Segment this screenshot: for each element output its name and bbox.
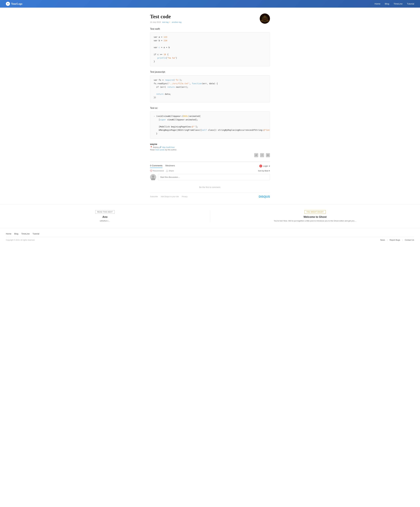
read-next-card: READ THIS NEXT Ano sdfsdfsd c… [0, 210, 210, 222]
nav-blog[interactable]: Blog [385, 2, 389, 5]
oc-code-block: - (void)viewWillAppear:(BOOL)animated{ [… [150, 112, 270, 139]
tab-comments[interactable]: 0 Comments [150, 164, 162, 168]
disqus-tabs: 0 Comments Mesimers [150, 164, 175, 168]
footer-links: News | Report Bugs | Contact Us [380, 239, 414, 241]
login-badge: 1 [259, 165, 262, 168]
tag-test-tag[interactable]: test-tag [162, 21, 168, 23]
disqus-footer: Subscribe Add Disqus to your site Privac… [150, 193, 270, 198]
dot-separator: • [169, 21, 170, 23]
disqus-user-avatar [150, 174, 156, 180]
read-next-badge: READ THIS NEXT [95, 210, 115, 214]
footer-privacy-link[interactable]: Privacy [182, 196, 188, 198]
read-label: Read [150, 149, 154, 151]
disqus-input-row [150, 174, 270, 180]
might-enjoy-card: YOU MIGHT ENJOY Welcome to Ghost You're … [210, 210, 420, 222]
footer-nav-home[interactable]: Home [6, 232, 11, 235]
navbar-nav: Home Blog TimeLine Tutorial [375, 2, 414, 5]
post-title: Test code [150, 14, 270, 20]
discussion-input[interactable] [158, 174, 270, 180]
svg-rect-8 [265, 19, 266, 20]
disqus-footer-links: Subscribe Add Disqus to your site Privac… [150, 196, 188, 198]
disqus-login[interactable]: 1 Login ▾ [259, 165, 270, 168]
login-label: Login [263, 165, 268, 167]
post-header: Test code 10 July 2015 test-tag • anothe… [150, 14, 270, 23]
nav-home[interactable]: Home [375, 2, 380, 5]
post-date: 10 July 2015 [150, 21, 161, 23]
author-location: 📍 Beijing 🔗 http://swift.how [150, 146, 270, 148]
main-content: Test code 10 July 2015 test-tag • anothe… [147, 8, 273, 204]
svg-point-6 [266, 20, 269, 22]
sort-label: Sort by Best [258, 170, 268, 172]
avatar [260, 14, 270, 24]
might-enjoy-badge: YOU MIGHT ENJOY [304, 210, 326, 214]
author-more: Read more posts by this author. [150, 149, 270, 151]
svg-point-5 [261, 20, 264, 22]
footer-contact-link[interactable]: Contact Us [405, 239, 414, 241]
social-icons [150, 153, 270, 159]
copyright-text: Copyright © 2015. All rights reserved. [6, 239, 35, 241]
svg-point-10 [152, 175, 154, 178]
might-enjoy-title: Welcome to Ghost [216, 215, 414, 218]
navbar: ✦ YourLogo Home Blog TimeLine Tutorial [0, 0, 420, 8]
swift-code-block: var a = 123 var b = 234 var c = a + b if… [150, 32, 270, 66]
logo-icon: ✦ [6, 2, 10, 6]
sep1: | [387, 239, 388, 241]
footer-nav-timeline[interactable]: TimeLine [21, 232, 29, 235]
author-name: wayne [150, 143, 270, 146]
share-label: Share [169, 170, 174, 172]
tab-mesimers[interactable]: Mesimers [165, 164, 175, 168]
avatar-image [260, 14, 270, 24]
recommend-label: Recommend [153, 170, 164, 172]
sort-chevron-icon: ▾ [269, 170, 270, 172]
footer-nav-blog[interactable]: Blog [14, 232, 18, 235]
tag-another-tag[interactable]: another-tag [172, 21, 182, 23]
location-pin-icon: 📍 [150, 146, 152, 148]
by-author-text: by this author. [165, 149, 177, 151]
login-chevron-icon: ▾ [269, 165, 270, 167]
read-next-title: Ano [6, 215, 204, 218]
footer-subscribe-link[interactable]: Subscribe [150, 196, 158, 198]
nav-timeline[interactable]: TimeLine [393, 2, 402, 5]
sep2: | [402, 239, 403, 241]
post-meta: 10 July 2015 test-tag • another-tag [150, 21, 270, 23]
site-footer: Home Blog TimeLine Tutorial Copyright © … [0, 228, 420, 243]
might-enjoy-excerpt: You're live! Nice. We've put together a … [216, 219, 414, 222]
footer-bottom: Copyright © 2015. All rights reserved. N… [6, 237, 414, 241]
googleplus-icon[interactable] [266, 153, 270, 157]
js-section-label: Test javascript: [150, 71, 270, 73]
recommendations: READ THIS NEXT Ano sdfsdfsd c… YOU MIGHT… [0, 204, 420, 228]
more-posts-link[interactable]: more posts [155, 149, 165, 151]
share-button[interactable]: Share [166, 170, 174, 172]
svg-rect-7 [264, 19, 265, 20]
navbar-logo: ✦ YourLogo [6, 2, 22, 6]
link-icon: 🔗 [159, 146, 161, 148]
facebook-icon[interactable] [260, 153, 264, 157]
footer-report-bugs-link[interactable]: Report Bugs [390, 239, 400, 241]
location-text: Beijing [153, 146, 159, 148]
recommend-button[interactable]: Recommend [150, 170, 164, 172]
twitter-icon[interactable] [254, 153, 258, 157]
js-code-block: var fs = require('fs'); fs.readSync("../… [150, 75, 270, 102]
disqus-logo: DISQUS [259, 195, 270, 198]
disqus-header: 0 Comments Mesimers 1 Login ▾ [150, 164, 270, 168]
first-comment-text: Be the first to comment. [150, 183, 270, 193]
footer-news-link[interactable]: News [380, 239, 385, 241]
disqus-actions: Recommend Share Sort by Best ▾ [150, 170, 270, 172]
footer-nav: Home Blog TimeLine Tutorial [6, 232, 414, 235]
footer-nav-tutorial[interactable]: Tutorial [32, 232, 39, 235]
nav-tutorial[interactable]: Tutorial [407, 2, 414, 5]
author-section: wayne 📍 Beijing 🔗 http://swift.how Read … [150, 143, 270, 151]
sort-by-button[interactable]: Sort by Best ▾ [258, 170, 270, 172]
logo-text: YourLogo [11, 2, 22, 5]
disqus-section: 0 Comments Mesimers 1 Login ▾ Recommend … [150, 162, 270, 198]
swift-section-label: Test swift: [150, 28, 270, 30]
author-website[interactable]: http://swift.how [162, 146, 175, 148]
read-next-excerpt: sdfsdfsd c… [6, 219, 204, 222]
oc-section-label: Test oc: [150, 107, 270, 109]
footer-add-disqus-link[interactable]: Add Disqus to your site [161, 196, 179, 198]
disqus-action-left: Recommend Share [150, 170, 174, 172]
